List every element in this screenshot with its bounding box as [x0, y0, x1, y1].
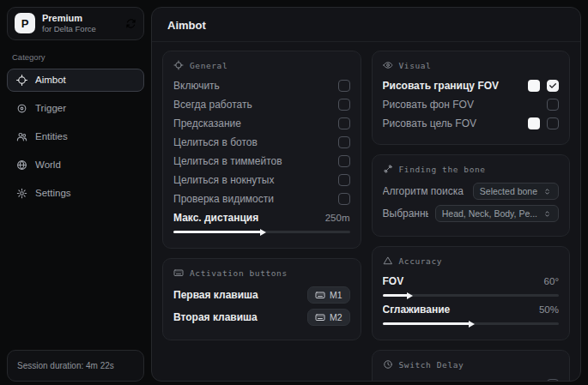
session-duration: Session duration: 4m 22s — [7, 350, 144, 382]
color-swatch[interactable] — [528, 117, 540, 129]
sidebar-item-settings[interactable]: Settings — [7, 182, 144, 205]
setting-value: 250m — [325, 213, 350, 223]
panel-header: Accuracy — [383, 256, 560, 266]
row-controls — [338, 99, 350, 111]
color-swatch[interactable] — [528, 80, 540, 92]
license-subtitle: for Delta Force — [42, 24, 96, 33]
setting-label: Вторая клавиша — [173, 311, 300, 323]
globe-icon — [16, 159, 27, 171]
select[interactable]: Head, Neck, Body, Pe... — [435, 205, 559, 222]
row-controls: M1 — [307, 286, 350, 304]
checkbox[interactable] — [338, 174, 350, 186]
panel-column: VisualРисовать границу FOVРисовать фон F… — [372, 51, 571, 372]
panel-title: Finding the bone — [399, 165, 486, 174]
select-value: Selected bone — [480, 186, 537, 196]
row-controls — [547, 99, 559, 111]
select[interactable]: Selected bone — [473, 183, 559, 200]
setting-value: 60° — [544, 276, 559, 286]
slider-thumb[interactable] — [469, 321, 475, 328]
panel-header: General — [173, 60, 350, 70]
setting-row: Целиться в нокнутых — [173, 173, 350, 187]
setting-label: FOV — [383, 275, 537, 287]
setting-label: Макс. дистанция — [173, 212, 318, 224]
setting-label: Предсказание — [173, 117, 331, 129]
slider[interactable] — [173, 231, 350, 233]
setting-row: Выбранные косHead, Neck, Body, Pe... — [383, 205, 560, 222]
panel-header: Finding the bone — [383, 164, 560, 174]
select-value: Head, Neck, Body, Pe... — [442, 208, 537, 219]
panel-title: Visual — [399, 61, 432, 70]
setting-row: Макс. дистанция250m — [173, 211, 350, 225]
sidebar-item-entities[interactable]: Entities — [7, 125, 144, 148]
refresh-icon[interactable] — [125, 18, 136, 29]
setting-label: Рисовать фон FOV — [383, 99, 541, 111]
row-controls: Head, Neck, Body, Pe... — [435, 205, 559, 222]
row-controls — [338, 117, 350, 129]
setting-label: Целиться в нокнутых — [173, 174, 331, 186]
sidebar-nav: AimbotTriggerEntitiesWorldSettings — [7, 69, 144, 210]
setting-label: Рисовать цель FOV — [383, 117, 522, 129]
main-panel: Aimbot GeneralВключитьВсегда работатьПре… — [151, 7, 581, 382]
checkbox[interactable] — [338, 80, 350, 92]
checkbox[interactable] — [547, 80, 559, 92]
keyboard-icon — [173, 268, 184, 278]
panel-visual: VisualРисовать границу FOVРисовать фон F… — [372, 51, 571, 145]
checkbox[interactable] — [338, 117, 350, 129]
keybind-button[interactable]: M1 — [307, 286, 350, 304]
sidebar-item-world[interactable]: World — [7, 153, 144, 177]
setting-label: Включить — [173, 80, 331, 92]
license-card: P Premium for Delta Force — [7, 7, 144, 40]
panel-columns: GeneralВключитьВсегда работатьПредсказан… — [152, 42, 580, 381]
setting-label: Целиться в ботов — [173, 136, 331, 148]
panel-header: Activation buttons — [173, 268, 350, 278]
panel-title: Switch Delay — [399, 360, 464, 370]
slider-fill — [383, 322, 471, 325]
app-logo: P — [15, 13, 35, 33]
keybind-button[interactable]: M2 — [307, 309, 350, 326]
panel-title: Accuracy — [399, 256, 443, 266]
setting-row: Сглаживание50% — [383, 303, 560, 316]
setting-row: Рисовать цель FOV — [383, 117, 560, 130]
slider-thumb[interactable] — [407, 292, 413, 299]
row-controls — [338, 174, 350, 186]
setting-row: Проверка видимости — [173, 192, 350, 206]
target-icon — [16, 103, 27, 114]
keyboard-icon — [315, 290, 325, 300]
updown-icon — [543, 187, 552, 196]
checkbox[interactable] — [547, 379, 559, 381]
checkbox[interactable] — [547, 117, 559, 129]
panel-finding-the-bone: Finding the boneАлгоритм поиска костSele… — [372, 154, 571, 237]
checkbox[interactable] — [338, 193, 350, 205]
panel-title: Activation buttons — [190, 268, 288, 278]
panel-header: Switch Delay — [383, 359, 560, 370]
slider-fill — [173, 231, 262, 233]
panel-column: GeneralВключитьВсегда работатьПредсказан… — [162, 51, 361, 372]
sidebar: P Premium for Delta Force Category Aimbo… — [7, 7, 144, 382]
slider[interactable] — [383, 294, 560, 297]
setting-row: Целиться в ботов — [173, 135, 350, 149]
row-controls — [338, 80, 350, 92]
slider-thumb[interactable] — [260, 229, 266, 236]
setting-label: Рисовать границу FOV — [383, 80, 522, 92]
setting-row: Всегда работать — [173, 98, 350, 111]
setting-label: Первая клавиша — [173, 289, 300, 301]
setting-row: Рисовать фон FOV — [383, 98, 560, 111]
checkbox[interactable] — [338, 136, 350, 148]
triangle-icon — [383, 256, 393, 266]
app-window: P Premium for Delta Force Category Aimbo… — [0, 0, 588, 385]
sidebar-item-aimbot[interactable]: Aimbot — [7, 69, 144, 92]
checkbox[interactable] — [338, 155, 350, 167]
setting-label: Сглаживание — [383, 304, 532, 316]
setting-row: Алгоритм поиска костSelected bone — [383, 183, 560, 200]
checkbox[interactable] — [547, 99, 559, 111]
setting-label: Алгоритм поиска кост — [383, 185, 466, 197]
slider-fill — [383, 294, 409, 297]
checkbox[interactable] — [338, 99, 350, 111]
row-controls — [338, 193, 350, 205]
setting-label: Целиться в тиммейтов — [173, 155, 331, 167]
crosshair-icon — [16, 75, 27, 86]
panel-general: GeneralВключитьВсегда работатьПредсказан… — [162, 51, 361, 249]
slider[interactable] — [383, 322, 560, 325]
sidebar-item-trigger[interactable]: Trigger — [7, 97, 144, 120]
panel-switch-delay: Switch DelayЗадержка переключенияЗадержк… — [372, 350, 571, 381]
